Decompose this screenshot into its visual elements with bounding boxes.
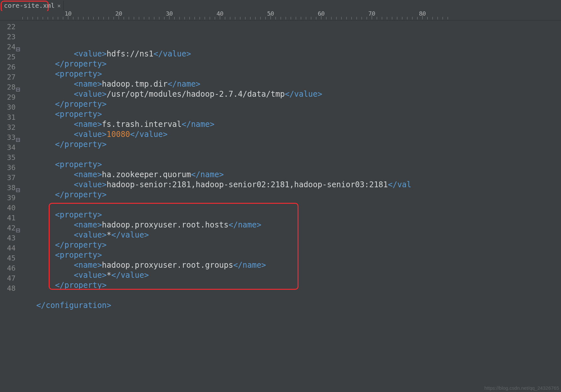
ruler-label: 80 [419,11,426,17]
ruler-label: 70 [368,11,375,17]
xml-tag: </value> [111,271,149,280]
xml-tag: <property> [55,210,102,219]
code-line[interactable]: <name>hadoop.proxyuser.root.groups</name… [18,260,561,270]
ruler-label: 50 [267,11,274,17]
code-line[interactable] [18,290,561,300]
code-line[interactable]: <value>hadoop-senior:2181,hadoop-senior0… [18,180,561,190]
code-line[interactable]: <value>*</value> [18,230,561,240]
tab-bar: core-site.xml × [0,0,561,11]
line-number[interactable]: 36 [0,163,18,173]
tab-filename: core-site.xml [4,2,55,9]
line-number[interactable]: 29 [0,92,18,102]
line-number[interactable]: 30 [0,102,18,112]
text-content: * [107,230,111,239]
line-number[interactable]: 45 [0,253,18,263]
xml-tag: </name> [182,120,214,129]
code-line[interactable]: <value>/usr/opt/modules/hadoop-2.7.4/dat… [18,89,561,99]
text-content: hdfs://ns1 [107,49,154,58]
line-number[interactable]: 35 [0,153,18,163]
code-line[interactable]: </configuration> [18,300,561,311]
ruler-label: 40 [216,11,224,17]
line-number[interactable]: 44 [0,243,18,253]
xml-tag: <value> [74,130,106,139]
code-line[interactable]: </property> [18,59,561,69]
code-line[interactable]: <property> [18,160,561,170]
ruler: 1020304050607080 [0,11,561,20]
code-line[interactable]: <name>ha.zookeeper.quorum</name> [18,170,561,180]
code-line[interactable]: </property> [18,190,561,200]
line-number[interactable]: 38⊟ [0,183,18,193]
ruler-label: 30 [166,11,173,17]
code-line[interactable]: <property> [18,109,561,119]
code-line[interactable]: <name>fs.trash.interval</name> [18,119,561,129]
xml-tag: <property> [55,110,102,119]
xml-tag: <name> [74,120,102,129]
xml-tag: <property> [55,69,102,79]
xml-tag: </property> [55,190,107,199]
line-number[interactable]: 27 [0,72,18,82]
gutter: 222324⊟25262728⊟2930313233⊟3435363738⊟39… [0,20,18,392]
text-content: hadoop-senior:2181,hadoop-senior02:2181,… [107,180,388,189]
line-number[interactable]: 34 [0,142,18,153]
editor-tab[interactable]: core-site.xml × [1,1,64,10]
line-number[interactable]: 25 [0,52,18,62]
code-line[interactable]: </property> [18,280,561,290]
text-content: ha.zookeeper.quorum [102,170,191,179]
line-number[interactable]: 48 [0,283,18,293]
code-line[interactable] [18,311,561,321]
line-number[interactable]: 22 [0,22,18,32]
line-number[interactable]: 39 [0,193,18,203]
line-number[interactable]: 33⊟ [0,132,18,142]
xml-tag: <name> [74,261,102,270]
xml-tag: <name> [74,220,102,229]
xml-tag: <value> [74,180,106,189]
text-content: hadoop.tmp.dir [102,80,167,89]
code-line[interactable]: </property> [18,99,561,109]
line-number[interactable]: 26 [0,62,18,72]
xml-tag: </val [388,180,411,189]
line-number[interactable]: 43 [0,233,18,243]
xml-tag: </name> [167,80,200,89]
code-line[interactable]: <property> [18,210,561,220]
line-number[interactable]: 31 [0,112,18,122]
watermark: https://blog.csdn.net/qq_24326765 [484,385,559,391]
code-area[interactable]: <value>hdfs://ns1</value> </property> <p… [18,20,561,392]
code-line[interactable]: </property> [18,140,561,150]
code-line[interactable]: <value>*</value> [18,270,561,280]
xml-tag: </name> [233,261,266,270]
line-number[interactable]: 37 [0,173,18,183]
xml-tag: <name> [74,170,102,179]
xml-tag: </name> [228,220,261,229]
line-number[interactable]: 42⊟ [0,223,18,233]
code-line[interactable]: <name>hadoop.tmp.dir</name> [18,79,561,89]
line-number[interactable]: 32 [0,122,18,132]
line-number[interactable]: 24⊟ [0,42,18,52]
line-number[interactable]: 47 [0,273,18,283]
xml-tag: <value> [74,49,106,58]
xml-tag: </name> [191,170,224,179]
code-line[interactable]: <value>hdfs://ns1</value> [18,49,561,59]
xml-tag: </configuration> [36,301,111,310]
line-number[interactable]: 23 [0,32,18,42]
code-line[interactable]: <value>10080</value> [18,129,561,140]
xml-tag: </property> [55,59,107,68]
code-line[interactable]: <property> [18,69,561,79]
line-number[interactable]: 46 [0,263,18,273]
code-line[interactable] [18,150,561,160]
xml-tag: </value> [130,130,168,139]
xml-tag: </property> [55,281,107,290]
code-line[interactable]: </property> [18,240,561,250]
xml-tag: <property> [55,251,102,260]
line-number[interactable]: 41 [0,213,18,223]
editor-body: 222324⊟25262728⊟2930313233⊟3435363738⊟39… [0,20,561,392]
xml-tag: </property> [55,140,107,149]
ruler-label: 20 [115,11,122,17]
code-line[interactable] [18,200,561,210]
text-content: hadoop.proxyuser.root.hosts [102,220,228,229]
close-icon[interactable]: × [57,2,61,9]
xml-tag: </property> [55,240,107,250]
code-line[interactable]: <name>hadoop.proxyuser.root.hosts</name> [18,220,561,230]
line-number[interactable]: 28⊟ [0,82,18,92]
line-number[interactable]: 40 [0,203,18,213]
code-line[interactable]: <property> [18,250,561,260]
